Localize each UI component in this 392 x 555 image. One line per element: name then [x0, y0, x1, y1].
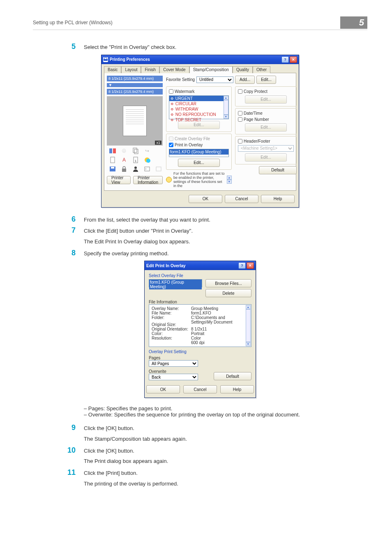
overwrite-select[interactable]: Back [149, 374, 198, 380]
svg-rect-15 [145, 167, 150, 171]
stamp-icon[interactable]: A [120, 156, 128, 164]
svg-rect-1 [104, 58, 107, 59]
overwrite-label: Overwrite [149, 369, 198, 374]
dialog-title: Edit Print In Overlay [146, 264, 186, 268]
step-number: 5 [66, 42, 76, 51]
svg-point-14 [134, 166, 137, 169]
tab-other[interactable]: Other [253, 66, 270, 73]
paper-size-2: 8 1/2x11 (215.9x279.4 mm) [107, 89, 163, 95]
step-number: 7 [66, 226, 76, 235]
svg-rect-3 [113, 148, 116, 153]
info-scroll-down-icon[interactable]: ▾ [227, 180, 232, 184]
scroll-down-icon[interactable]: ▾ [224, 115, 228, 119]
overlay-edit-button[interactable]: Edit... [178, 159, 220, 167]
delete-button[interactable]: Delete [205, 289, 251, 297]
watermark-list[interactable]: ⭘ URGENT ⭘ CIRCULAR ⭘ WITHDRAW ⭘ NO REPR… [169, 95, 229, 119]
tab-cover-mode[interactable]: Cover Mode [159, 66, 189, 73]
layout-icon[interactable] [108, 147, 117, 155]
user-icon[interactable] [131, 165, 140, 173]
cancel-button[interactable]: Cancel [225, 195, 258, 203]
key-icon[interactable] [143, 165, 151, 173]
default-button[interactable]: Default [214, 372, 251, 380]
file-information-pane: Overlay Name: File Name: Folder: Origina… [149, 304, 251, 347]
paper-size-1: 8 1/2x11 (215.9x279.4 mm) [107, 76, 163, 81]
svg-rect-5 [134, 149, 138, 154]
info-scroll-up-icon[interactable]: ▴ [227, 176, 232, 180]
tab-layout[interactable]: Layout [121, 66, 141, 73]
bullet-overwrite: Overwrite: Specifies the sequence for pr… [84, 412, 367, 418]
step-number: 11 [66, 468, 76, 477]
close-icon[interactable]: ✕ [247, 262, 254, 269]
blank-icon[interactable] [154, 165, 163, 173]
header-footer-checkbox[interactable]: Header/Footer [238, 139, 294, 143]
favorite-setting-label: Favorite Setting [166, 77, 195, 82]
svg-rect-4 [133, 148, 137, 153]
help-button[interactable]: Help [261, 195, 295, 203]
scroll-down-icon[interactable]: ▾ [246, 342, 251, 346]
doc-icon[interactable] [108, 156, 117, 164]
help-button[interactable]: Help [220, 385, 254, 393]
tab-finish[interactable]: Finish [141, 66, 159, 73]
printer-view-button[interactable]: Printer View [107, 176, 131, 184]
ok-button[interactable]: OK [146, 385, 180, 393]
header-footer-select: <Machine Setting1> [238, 145, 294, 152]
step-text: Specify the overlay printing method. [84, 250, 367, 258]
watermark-checkbox[interactable]: Watermark [169, 89, 229, 94]
step-number: 9 [66, 423, 76, 432]
favorite-edit-button[interactable]: Edit... [256, 76, 276, 84]
dialog-title: Printing Preferences [110, 57, 150, 62]
zoom-label: x1 [155, 141, 161, 145]
step-followup: The printing of the overlay is performed… [84, 481, 367, 487]
tab-basic[interactable]: Basic [104, 66, 121, 73]
browse-files-button[interactable]: Browse Files... [205, 279, 251, 287]
tab-quality[interactable]: Quality [233, 66, 253, 73]
default-button[interactable]: Default [259, 166, 297, 174]
svg-point-10 [146, 159, 150, 163]
help-icon[interactable]: ? [281, 56, 289, 63]
step-text: Click the [OK] button. [84, 424, 367, 432]
save-icon[interactable] [108, 165, 117, 173]
ok-button[interactable]: OK [189, 195, 222, 203]
tab-stamp-composition[interactable]: Stamp/Composition [189, 66, 233, 73]
close-icon[interactable]: ✕ [290, 56, 297, 63]
page-preview: x1 [107, 96, 163, 146]
svg-point-16 [145, 169, 146, 169]
copy-protect-edit-button: Edit... [245, 95, 287, 104]
chapter-number: 5 [340, 16, 367, 29]
date-time-checkbox[interactable]: Date/Time [238, 111, 294, 116]
svg-rect-2 [109, 148, 112, 153]
copy-icon[interactable] [131, 147, 140, 155]
print-in-overlay-checkbox[interactable]: Print in Overlay [169, 143, 229, 147]
date-page-edit-button: Edit... [245, 123, 287, 132]
step-followup: The Stamp/Composition tab appears again. [84, 436, 367, 442]
printer-information-button[interactable]: Printer Information [133, 176, 163, 184]
step-text: Click the [Print] button. [84, 469, 367, 477]
pages-select[interactable]: All Pages [149, 360, 198, 367]
page-num-icon[interactable]: 1 [131, 156, 140, 164]
svg-rect-17 [156, 167, 161, 171]
overlay-file-select[interactable]: form1.KFO (Group Meeting) [149, 279, 202, 287]
svg-text:1: 1 [135, 159, 137, 163]
step-followup: The Print dialog box appears again. [84, 458, 367, 464]
step-text: Click the [Edit] button under "Print in … [84, 227, 367, 235]
page-number-checkbox[interactable]: Page Number [238, 117, 294, 122]
step-text: From the list, select the overlay that y… [84, 216, 367, 224]
scroll-up-icon[interactable]: ▴ [246, 305, 251, 309]
running-header: Setting up the PCL driver (Windows) [33, 20, 113, 25]
favorite-add-button[interactable]: Add... [235, 76, 255, 84]
step-followup: The Edit Print In Overlay dialog box app… [84, 238, 367, 245]
hole-icon[interactable]: ⦾ [120, 147, 128, 155]
step-text: Click the [OK] button. [84, 447, 367, 455]
copy-protect-checkbox[interactable]: Copy Protect [238, 89, 294, 94]
favorite-setting-select[interactable]: Untitled [196, 76, 233, 83]
step-number: 8 [66, 249, 76, 257]
printing-preferences-dialog: Printing Preferences ? ✕ Basic Layout Fi… [101, 55, 299, 208]
scroll-up-icon[interactable]: ▴ [224, 96, 228, 100]
overlay-file-list[interactable]: form1.KFO (Group Meeting) [169, 149, 229, 157]
lock-icon[interactable] [120, 165, 128, 173]
arrow-icon[interactable]: ↪ [143, 147, 151, 155]
color-icon[interactable] [143, 156, 151, 164]
cancel-button[interactable]: Cancel [183, 385, 217, 393]
help-icon[interactable]: ? [238, 262, 246, 269]
svg-rect-6 [111, 157, 115, 163]
